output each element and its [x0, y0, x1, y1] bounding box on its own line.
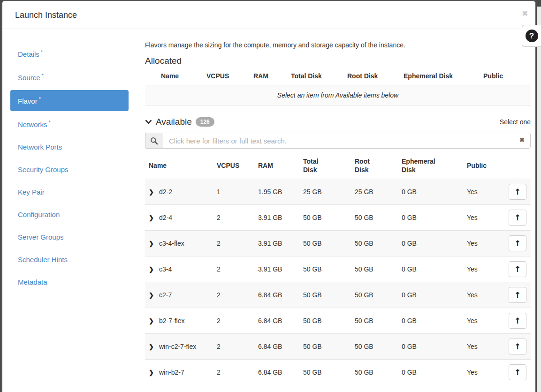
allocate-flavor-button[interactable]: ↑: [509, 339, 526, 354]
allocate-flavor-button[interactable]: ↑: [509, 313, 526, 329]
cell-public: Yes: [463, 308, 504, 334]
expand-row-icon[interactable]: ❯: [149, 266, 159, 273]
help-button[interactable]: ?: [522, 25, 541, 47]
cell-total-disk: 50 GB: [299, 334, 351, 360]
cell-root-disk: 50 GB: [351, 334, 398, 360]
allocate-flavor-button[interactable]: ↑: [509, 184, 526, 200]
expand-row-icon[interactable]: ❯: [149, 292, 159, 299]
cell-public: Yes: [463, 360, 504, 385]
page-edge: [537, 7, 541, 392]
flavor-row: ❯d2-2 1 1.95 GB 25 GB 25 GB 0 GB Yes ↑: [145, 179, 531, 205]
cell-ephemeral-disk: 0 GB: [398, 179, 463, 205]
arrow-up-icon: ↑: [514, 290, 521, 300]
allocated-heading: Allocated: [145, 56, 531, 66]
cell-name: ❯d2-4: [145, 205, 213, 231]
required-asterisk: *: [49, 120, 51, 125]
sidebar-item-metadata[interactable]: Metadata: [10, 272, 129, 292]
column-header-ram: RAM: [254, 152, 299, 179]
sidebar-item-configuration[interactable]: Configuration: [10, 204, 129, 225]
sidebar-item-server-groups[interactable]: Server Groups: [10, 227, 129, 247]
expand-row-icon[interactable]: ❯: [149, 369, 159, 376]
cell-public: Yes: [463, 282, 504, 308]
cell-ephemeral-disk: 0 GB: [398, 256, 463, 282]
available-section-header: Available 126 Select one: [145, 117, 531, 127]
cell-name: ❯win-c2-7-flex: [145, 334, 213, 360]
allocated-empty-row: Select an item from Available items belo…: [145, 85, 531, 106]
cell-name: ❯d2-2: [145, 179, 213, 205]
arrow-up-icon: ↑: [514, 264, 521, 274]
cell-root-disk: 50 GB: [351, 231, 398, 256]
sidebar-item-networks[interactable]: Networks*: [10, 113, 129, 135]
column-header-vcpus: VCPUS: [213, 152, 254, 179]
allocate-flavor-button[interactable]: ↑: [509, 235, 526, 251]
cell-public: Yes: [463, 256, 504, 282]
cell-name: ❯win-b2-7: [145, 360, 213, 385]
available-table: Name VCPUS RAM TotalDisk RootDisk Epheme…: [145, 152, 531, 385]
available-heading: Available: [156, 117, 192, 127]
column-header-root-disk: RootDisk: [351, 152, 398, 179]
arrow-up-icon: ↑: [514, 213, 521, 222]
sidebar-item-label: Network Ports: [18, 143, 62, 151]
allocate-flavor-button[interactable]: ↑: [509, 287, 526, 303]
allocated-header-row: Name VCPUS RAM Total Disk Root Disk Ephe…: [145, 66, 531, 85]
flavor-name: c2-7: [159, 291, 172, 299]
sidebar-item-scheduler-hints[interactable]: Scheduler Hints: [10, 249, 129, 270]
expand-row-icon[interactable]: ❯: [149, 240, 159, 247]
sidebar-item-key-pair[interactable]: Key Pair: [10, 182, 129, 202]
cell-vcpus: 1: [213, 179, 254, 205]
sidebar-item-network-ports[interactable]: Network Ports: [10, 137, 129, 157]
cell-root-disk: 25 GB: [351, 179, 398, 205]
flavor-name: b2-7-flex: [159, 317, 184, 324]
question-icon: ?: [526, 30, 538, 42]
cell-name: ❯c3-4-flex: [145, 231, 213, 256]
cell-root-disk: 50 GB: [351, 205, 398, 231]
sidebar-item-label: Server Groups: [18, 233, 64, 241]
cell-ram: 6.84 GB: [254, 360, 299, 385]
cell-ram: 1.95 GB: [254, 179, 299, 205]
column-header-name: Name: [145, 66, 203, 85]
modal-body: Details* Source* Flavor* Networks* Netwo…: [2, 29, 535, 385]
cell-actions: ↑: [504, 231, 531, 256]
expand-row-icon[interactable]: ❯: [149, 317, 159, 324]
sidebar-item-source[interactable]: Source*: [10, 67, 129, 88]
allocate-flavor-button[interactable]: ↑: [509, 364, 526, 380]
clear-search-icon[interactable]: ✖: [519, 137, 525, 143]
column-header-ephemeral-disk: EphemeralDisk: [398, 152, 463, 179]
flavor-name: win-c2-7-flex: [159, 343, 196, 350]
cell-total-disk: 50 GB: [299, 205, 351, 231]
cell-total-disk: 50 GB: [299, 231, 351, 256]
allocate-flavor-button[interactable]: ↑: [509, 210, 526, 226]
arrow-up-icon: ↑: [514, 187, 521, 196]
launch-instance-modal: Launch Instance ✖ Details* Source* Flavo…: [1, 0, 536, 392]
filter-search-bar: ✖: [145, 133, 531, 149]
close-icon[interactable]: ✖: [522, 10, 528, 17]
expand-row-icon[interactable]: ❯: [149, 214, 159, 221]
flavor-step-content: Flavors manage the sizing for the comput…: [145, 41, 531, 385]
arrow-up-icon: ↑: [514, 342, 521, 351]
cell-total-disk: 25 GB: [299, 179, 351, 205]
cell-ram: 6.84 GB: [254, 334, 299, 360]
arrow-up-icon: ↑: [514, 239, 521, 248]
flavor-row: ❯b2-7-flex 2 6.84 GB 50 GB 50 GB 0 GB Ye…: [145, 308, 531, 334]
cell-ram: 3.91 GB: [254, 205, 299, 231]
cell-ephemeral-disk: 0 GB: [398, 282, 463, 308]
sidebar-item-details[interactable]: Details*: [10, 43, 129, 64]
arrow-up-icon: ↑: [514, 368, 521, 377]
cell-name: ❯c2-7: [145, 282, 213, 308]
chevron-down-icon[interactable]: [145, 119, 152, 126]
column-header-public: Public: [480, 66, 531, 85]
cell-actions: ↑: [504, 205, 531, 231]
sidebar-item-label: Networks: [18, 121, 47, 128]
expand-row-icon[interactable]: ❯: [149, 343, 159, 350]
sidebar-item-flavor[interactable]: Flavor*: [10, 90, 129, 111]
cell-ephemeral-disk: 0 GB: [398, 360, 463, 385]
cell-name: ❯c3-4: [145, 256, 213, 282]
cell-public: Yes: [463, 179, 504, 205]
expand-row-icon[interactable]: ❯: [149, 188, 159, 196]
cell-vcpus: 2: [213, 205, 254, 231]
cell-ephemeral-disk: 0 GB: [398, 334, 463, 360]
sidebar-item-security-groups[interactable]: Security Groups: [10, 159, 129, 180]
allocate-flavor-button[interactable]: ↑: [509, 261, 526, 277]
flavor-name: d2-4: [159, 214, 172, 221]
search-input[interactable]: [163, 133, 531, 149]
